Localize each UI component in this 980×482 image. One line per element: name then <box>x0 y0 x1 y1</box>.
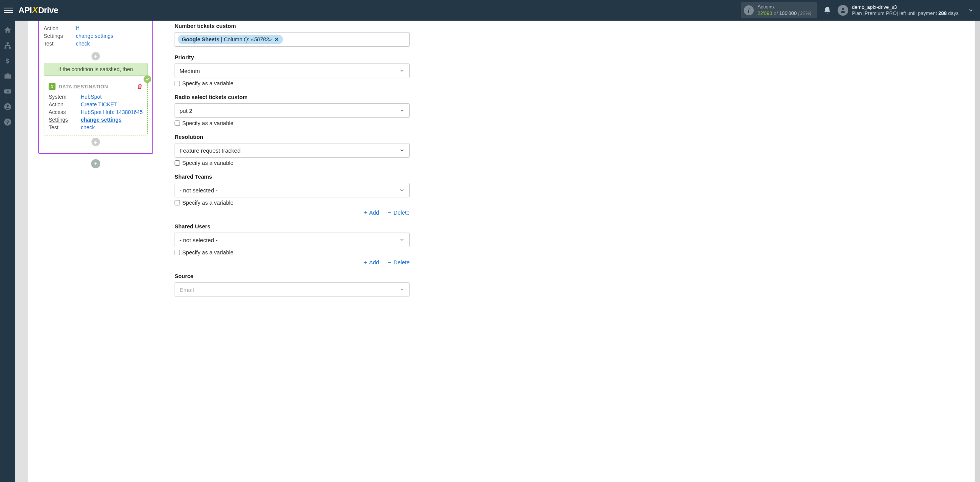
label-source: Source <box>175 273 410 279</box>
youtube-icon[interactable] <box>3 87 12 96</box>
destination-badge: 1 <box>49 83 56 90</box>
checkbox-users-var[interactable]: Specify as a variable <box>175 249 410 256</box>
dest-system-key: System <box>49 94 81 100</box>
dest-system-link[interactable]: HubSpot <box>81 94 101 100</box>
select-radio[interactable]: put 2 <box>175 103 410 118</box>
chip-input-number-tickets[interactable]: Google Sheets | Column Q: «50783»✕ <box>175 32 410 47</box>
field-radio-select: Radio select tickets custom put 2 Specif… <box>175 94 410 126</box>
field-source: Source Email <box>175 273 410 297</box>
select-shared-teams[interactable]: - not selected - <box>175 183 410 197</box>
svg-text:$: $ <box>6 57 9 64</box>
svg-point-0 <box>842 8 844 10</box>
dest-test-key: Test <box>49 124 81 130</box>
plus-icon <box>363 260 368 265</box>
checkbox-input[interactable] <box>175 250 180 255</box>
actions-counter[interactable]: i Actions: 22'093 of 100'000 (22%) <box>741 2 817 18</box>
trash-icon[interactable] <box>137 83 143 90</box>
dest-access-link[interactable]: HubSpot Hub: 143801645 <box>81 109 143 115</box>
label-radio-select: Radio select tickets custom <box>175 94 410 100</box>
sitemap-icon[interactable] <box>3 41 12 50</box>
checkbox-input[interactable] <box>175 120 180 126</box>
destination-header: 1 DATA DESTINATION <box>49 83 143 90</box>
filter-test-link[interactable]: check <box>76 41 90 47</box>
user-icon <box>840 7 846 14</box>
minus-icon <box>387 260 392 265</box>
checkbox-teams-var[interactable]: Specify as a variable <box>175 200 410 206</box>
actions-of: of <box>772 10 779 16</box>
select-priority[interactable]: Medium <box>175 64 410 78</box>
account-icon[interactable] <box>3 103 12 111</box>
field-priority: Priority Medium Specify as a variable <box>175 54 410 86</box>
svg-point-8 <box>7 105 9 107</box>
delete-users-link[interactable]: Delete <box>387 259 410 265</box>
filter-action-key: Action <box>44 25 76 31</box>
chip-remove-icon[interactable]: ✕ <box>274 36 279 42</box>
chevron-down-icon <box>399 187 405 193</box>
right-scroll-gutter[interactable] <box>975 21 980 482</box>
field-number-tickets: Number tickets custom Google Sheets | Co… <box>175 23 410 47</box>
chevron-down-icon <box>399 237 405 243</box>
chevron-down-icon <box>399 108 405 113</box>
field-shared-users: Shared Users - not selected - Specify as… <box>175 223 410 265</box>
sidebar: $ ? <box>0 21 15 482</box>
select-shared-users[interactable]: - not selected - <box>175 233 410 247</box>
actions-limit: 100'000 <box>779 10 797 16</box>
field-shared-teams: Shared Teams - not selected - Specify as… <box>175 174 410 216</box>
checkbox-input[interactable] <box>175 160 180 166</box>
user-plan: Plan |Premium PRO| left until payment 28… <box>852 10 959 16</box>
destination-block[interactable]: 1 DATA DESTINATION SystemHubSpot ActionC… <box>44 79 148 135</box>
briefcase-icon[interactable] <box>3 72 12 80</box>
actions-used: 22'093 <box>758 10 773 16</box>
filter-test-key: Test <box>44 41 76 47</box>
label-priority: Priority <box>175 54 410 60</box>
add-teams-link[interactable]: Add <box>363 210 379 216</box>
delete-teams-link[interactable]: Delete <box>387 210 410 216</box>
chevron-down-icon <box>399 148 405 153</box>
select-resolution[interactable]: Feature request tracked <box>175 143 410 158</box>
plus-icon <box>363 210 368 215</box>
minus-icon <box>387 210 392 215</box>
checkbox-input[interactable] <box>175 200 180 205</box>
checkbox-input[interactable] <box>175 81 180 86</box>
dest-test-link[interactable]: check <box>81 124 95 130</box>
bell-icon[interactable] <box>823 6 831 15</box>
dollar-icon[interactable]: $ <box>3 57 12 65</box>
checkbox-resolution-var[interactable]: Specify as a variable <box>175 160 410 166</box>
left-scroll-gutter[interactable] <box>15 21 28 482</box>
user-block[interactable]: demo_apix-drive_s3 Plan |Premium PRO| le… <box>852 4 959 17</box>
label-shared-teams: Shared Teams <box>175 174 410 180</box>
flow-card: ActionIf Settingschange settings Testche… <box>38 21 153 154</box>
logo-x: X <box>32 5 38 15</box>
logo-text-post: Drive <box>38 5 58 15</box>
menu-button[interactable] <box>4 6 13 15</box>
add-users-link[interactable]: Add <box>363 259 379 265</box>
checkbox-radio-var[interactable]: Specify as a variable <box>175 120 410 126</box>
select-shared-teams-value: - not selected - <box>180 187 217 194</box>
chevron-down-icon[interactable] <box>968 7 974 13</box>
select-source[interactable]: Email <box>175 282 410 297</box>
user-name: demo_apix-drive_s3 <box>852 4 959 10</box>
label-number-tickets: Number tickets custom <box>175 23 410 29</box>
add-step-button-2[interactable]: + <box>91 138 100 146</box>
svg-text:?: ? <box>6 119 9 125</box>
select-source-value: Email <box>180 287 194 293</box>
filter-settings-link[interactable]: change settings <box>76 33 113 39</box>
checkbox-priority-var[interactable]: Specify as a variable <box>175 80 410 86</box>
logo[interactable]: APIXDrive <box>18 5 58 15</box>
add-connection-button[interactable]: + <box>91 159 100 168</box>
add-step-button[interactable]: + <box>91 52 100 60</box>
destination-title: DATA DESTINATION <box>59 84 108 90</box>
add-delete-teams: Add Delete <box>175 210 410 216</box>
help-icon[interactable]: ? <box>3 118 12 126</box>
filter-action-link[interactable]: If <box>76 25 79 31</box>
dest-access-key: Access <box>49 109 81 115</box>
svg-rect-1 <box>7 42 9 44</box>
avatar[interactable] <box>838 5 848 16</box>
condition-banner: if the condition is satisfied, then <box>44 63 148 76</box>
flow-pane: ActionIf Settingschange settings Testche… <box>28 21 161 482</box>
mapping-chip: Google Sheets | Column Q: «50783»✕ <box>178 35 283 44</box>
dest-action-link[interactable]: Create TICKET <box>81 101 117 107</box>
home-icon[interactable] <box>3 26 12 34</box>
select-radio-value: put 2 <box>180 107 192 114</box>
dest-settings-link[interactable]: change settings <box>81 117 122 123</box>
